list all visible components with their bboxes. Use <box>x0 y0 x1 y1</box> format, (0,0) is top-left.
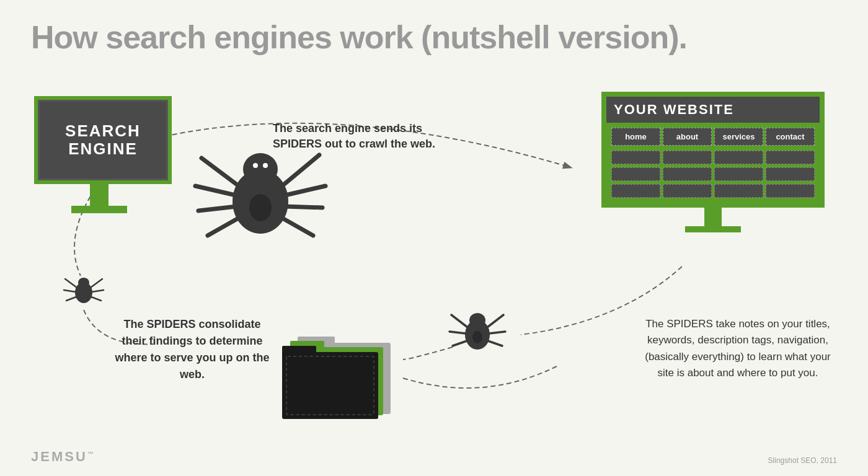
svg-rect-37 <box>282 346 316 355</box>
svg-point-12 <box>253 163 258 168</box>
svg-line-18 <box>64 290 76 292</box>
jemsu-logo: JEMSU™ <box>31 449 95 465</box>
svg-line-7 <box>285 186 326 195</box>
svg-line-28 <box>487 315 503 327</box>
website-content <box>606 148 820 203</box>
svg-point-31 <box>472 331 482 343</box>
attribution: Slingshot SEO, 2011 <box>768 456 837 465</box>
spider-small-bottom <box>446 298 508 359</box>
svg-point-14 <box>249 194 272 221</box>
nav-services: services <box>714 128 763 146</box>
svg-line-29 <box>489 332 505 333</box>
spider-small-left <box>62 267 105 310</box>
svg-point-13 <box>263 163 268 168</box>
svg-line-19 <box>66 297 76 301</box>
nav-contact: contact <box>766 128 815 146</box>
content-cell <box>663 184 712 198</box>
folder-stack <box>279 327 403 426</box>
svg-point-1 <box>243 153 278 185</box>
svg-line-20 <box>91 279 102 288</box>
svg-line-5 <box>208 217 241 236</box>
content-cell <box>663 167 712 181</box>
content-cell <box>714 151 763 164</box>
search-engine-monitor: SEARCHENGINE <box>34 96 164 213</box>
svg-line-22 <box>91 297 101 301</box>
callout-bottom-left: The SPIDERS consolidate their findings t… <box>112 316 273 383</box>
search-engine-label: SEARCHENGINE <box>65 122 141 157</box>
svg-line-17 <box>65 279 77 288</box>
content-cell <box>611 184 660 198</box>
content-cell <box>611 167 660 181</box>
content-cell <box>714 184 763 198</box>
website-title: YOUR WEBSITE <box>606 97 820 123</box>
callout-bottom-right: The SPIDERS take notes on your titles, k… <box>645 316 831 381</box>
svg-line-27 <box>453 341 467 346</box>
svg-line-9 <box>280 217 313 236</box>
svg-line-3 <box>195 186 236 195</box>
svg-point-24 <box>469 313 485 328</box>
content-cell <box>663 151 712 164</box>
svg-line-2 <box>202 158 239 186</box>
svg-line-25 <box>451 315 467 327</box>
nav-about: about <box>663 128 712 146</box>
content-cell <box>714 167 763 181</box>
content-cell <box>766 184 815 198</box>
svg-line-26 <box>450 332 466 333</box>
content-cell <box>766 167 815 181</box>
svg-line-8 <box>284 206 322 208</box>
svg-point-16 <box>78 278 89 288</box>
website-nav: home about services contact <box>606 123 820 148</box>
svg-line-6 <box>282 155 319 186</box>
content-cell <box>611 151 660 164</box>
svg-line-30 <box>488 341 502 346</box>
callout-top: The search engine sends its SPIDERS out … <box>273 121 446 152</box>
svg-line-4 <box>198 206 237 211</box>
content-cell <box>766 151 815 164</box>
page-title: How search engines work (nutshell versio… <box>31 19 687 56</box>
svg-rect-36 <box>282 352 378 419</box>
nav-home: home <box>611 128 660 146</box>
svg-line-21 <box>92 290 104 292</box>
website-monitor: YOUR WEBSITE home about services contact <box>601 92 825 232</box>
